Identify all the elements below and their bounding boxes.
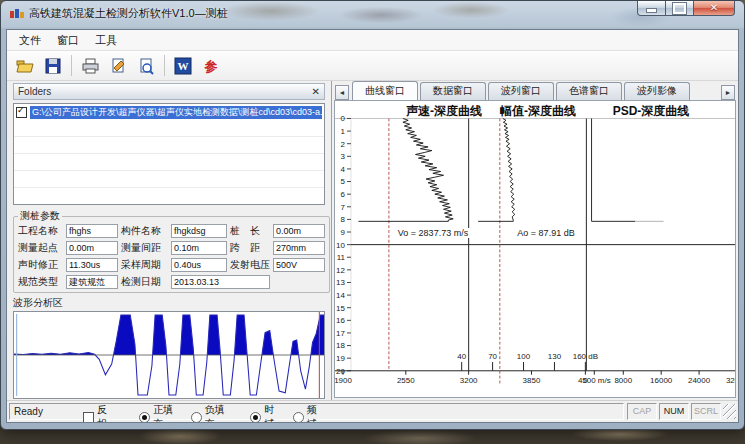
chart-tab-area: ◄ 曲线窗口数据窗口波列窗口色谱窗口波列影像 ► 声速-深度曲线 幅值-深度曲线…	[331, 81, 738, 400]
save-button[interactable]	[39, 53, 67, 79]
param-soundtime-corr-value[interactable]: 11.30us	[66, 258, 118, 272]
svg-text:6: 6	[341, 190, 346, 199]
param-project-name-label: 工程名称	[18, 224, 63, 238]
svg-text:1900: 1900	[335, 377, 352, 386]
tab-3[interactable]: 色谱窗口	[556, 82, 622, 100]
file-list-empty-row	[14, 120, 324, 137]
menu-bar: 文件 窗口 工具	[7, 30, 738, 51]
page-tool-icon	[109, 57, 127, 75]
minimize-icon	[646, 8, 657, 13]
svg-text:19: 19	[336, 354, 345, 363]
save-icon	[44, 57, 62, 75]
param-pile-length-value[interactable]: 0.00m	[273, 224, 325, 238]
tab-scroll-right-icon[interactable]: ►	[721, 85, 735, 100]
time-domain-label: 时域	[264, 403, 282, 423]
svg-text:3200: 3200	[460, 377, 478, 386]
svg-text:17: 17	[336, 329, 345, 338]
file-list-empty-row	[14, 188, 324, 205]
client-area: 文件 窗口 工具	[6, 29, 739, 423]
fill-negative-radio[interactable]	[191, 412, 202, 423]
tab-scroll-left-icon[interactable]: ◄	[335, 85, 349, 100]
waveform-area-label: 波形分析区	[13, 296, 325, 310]
toolbar-separator	[71, 55, 72, 76]
minimize-button[interactable]	[637, 1, 666, 16]
svg-text:18: 18	[336, 342, 345, 351]
waveform-controls: 反相 正填充 负填充 时域 频域	[13, 403, 325, 423]
svg-text:2: 2	[341, 140, 345, 149]
status-num: NUM	[659, 403, 689, 420]
print-preview-button[interactable]	[132, 53, 160, 79]
file-list-item[interactable]: G:\公司产品设计开发\超声仪器\超声仪实地检测数据\测桩cd\cd03\cd0…	[14, 104, 324, 120]
waveform-display[interactable]	[13, 311, 325, 399]
file-checkbox[interactable]	[16, 107, 27, 118]
curve-window-page[interactable]: 声速-深度曲线 幅值-深度曲线 PSD-深度曲线 Vo = 2837.73 m/…	[334, 100, 736, 398]
menu-window[interactable]: 窗口	[49, 31, 87, 50]
title-bar[interactable]: 高铁建筑混凝土检测分析软件V1.0—测桩 ✕	[1, 1, 744, 29]
svg-text:0: 0	[583, 377, 588, 386]
open-file-button[interactable]	[11, 53, 39, 79]
maximize-button[interactable]	[666, 1, 693, 16]
svg-text:3: 3	[341, 152, 346, 161]
param-project-name-value[interactable]: fhghs	[66, 224, 118, 238]
fill-negative-label: 负填充	[205, 403, 233, 423]
word-icon: W	[174, 57, 192, 75]
svg-text:8000: 8000	[614, 377, 632, 386]
print-button[interactable]	[76, 53, 104, 79]
param-voltage-value[interactable]: 500V	[273, 258, 325, 272]
file-list[interactable]: G:\公司产品设计开发\超声仪器\超声仪实地检测数据\测桩cd\cd03\cd0…	[13, 103, 325, 205]
param-span-value[interactable]: 270mm	[273, 241, 325, 255]
desktop-background: 高铁建筑混凝土检测分析软件V1.0—测桩 ✕ 文件 窗口 工具	[0, 0, 745, 444]
pile-params-title: 测桩参数	[18, 209, 62, 223]
folders-panel-header[interactable]: Folders ✕	[13, 83, 325, 100]
resize-grip[interactable]	[723, 404, 736, 419]
print-setup-button[interactable]	[104, 53, 132, 79]
tab-0[interactable]: 曲线窗口	[352, 81, 418, 100]
invert-checkbox[interactable]	[83, 412, 94, 423]
file-path-label[interactable]: G:\公司产品设计开发\超声仪器\超声仪实地检测数据\测桩cd\cd03\cd0…	[30, 106, 322, 119]
app-icon	[10, 8, 24, 20]
tab-4[interactable]: 波列影像	[624, 82, 690, 100]
parameters-button[interactable]: 参	[197, 53, 225, 79]
svg-text:10: 10	[336, 241, 345, 250]
svg-text:24000: 24000	[688, 377, 711, 386]
velocity-chart-title: 声速-深度曲线	[406, 103, 482, 120]
param-test-date-value[interactable]: 2013.03.13	[171, 275, 270, 289]
param-char-icon: 参	[202, 57, 220, 75]
svg-text:8: 8	[341, 215, 346, 224]
fill-positive-radio[interactable]	[139, 412, 150, 423]
param-component-name-label: 构件名称	[121, 224, 168, 238]
param-measure-start-value[interactable]: 0.00m	[66, 241, 118, 255]
param-sample-period-label: 采样周期	[121, 258, 168, 272]
waveform-svg[interactable]	[14, 312, 324, 398]
svg-text:12: 12	[336, 266, 345, 275]
svg-text:9: 9	[341, 228, 345, 237]
tab-1[interactable]: 数据窗口	[420, 82, 486, 100]
invert-label: 反相	[97, 403, 115, 423]
ao-annotation: Ao = 87.91 dB	[515, 228, 576, 238]
status-scrl: SCRL	[691, 403, 721, 420]
depth-charts-svg[interactable]: 0123456789101112131415161718192019002550…	[335, 101, 735, 397]
svg-text:4: 4	[341, 165, 346, 174]
app-window: 高铁建筑混凝土检测分析软件V1.0—测桩 ✕ 文件 窗口 工具	[0, 0, 745, 430]
svg-text:0: 0	[341, 114, 346, 123]
main-area: Folders ✕ G:\公司产品设计开发\超声仪器\超声仪实地检测数据\测桩c…	[7, 81, 738, 400]
svg-text:1: 1	[341, 127, 345, 136]
param-sample-period-value[interactable]: 0.40us	[171, 258, 227, 272]
param-measure-start-label: 测量起点	[18, 241, 63, 255]
word-export-button[interactable]: W	[169, 53, 197, 79]
param-spec-type-value[interactable]: 建筑规范	[66, 275, 118, 289]
menu-tools[interactable]: 工具	[87, 31, 125, 50]
freq-domain-radio[interactable]	[293, 412, 304, 423]
toolbar-separator	[164, 55, 165, 76]
param-measure-interval-value[interactable]: 0.10m	[171, 241, 227, 255]
param-component-name-value[interactable]: fhgkdsg	[171, 224, 227, 238]
status-cap: CAP	[627, 403, 657, 420]
file-list-empty-row	[14, 171, 324, 188]
tab-2[interactable]: 波列窗口	[488, 82, 554, 100]
menu-file[interactable]: 文件	[11, 31, 49, 50]
svg-text:16: 16	[336, 316, 345, 325]
close-button[interactable]: ✕	[693, 1, 735, 16]
time-domain-radio[interactable]	[250, 412, 261, 423]
file-list-empty-row	[14, 154, 324, 171]
panel-close-icon[interactable]: ✕	[312, 87, 320, 97]
